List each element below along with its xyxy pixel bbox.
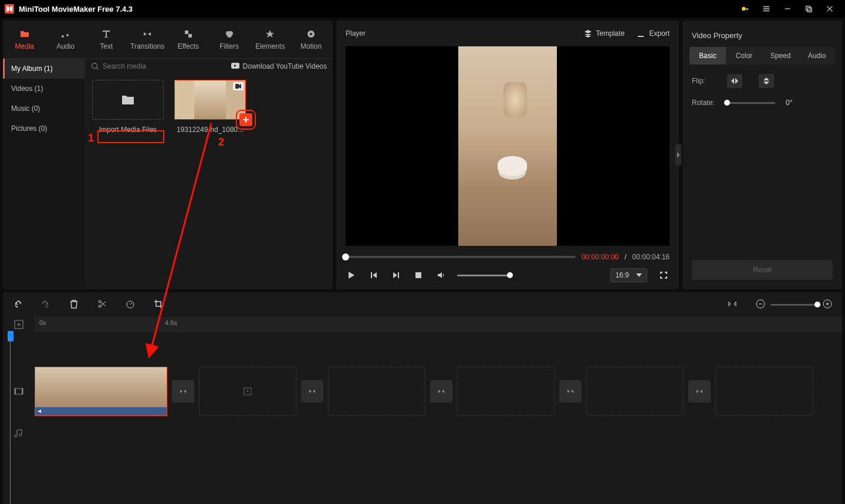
tab-media[interactable]: Media (6, 26, 43, 53)
search-input-wrap[interactable] (91, 62, 191, 70)
aspect-ratio-select[interactable]: 16:9 (610, 268, 647, 282)
filters-icon (224, 28, 235, 40)
preview-viewport[interactable] (346, 46, 670, 246)
svg-marker-20 (393, 272, 397, 278)
prop-tab-color[interactable]: Color (726, 47, 762, 65)
transitions-icon (141, 28, 153, 40)
title-bar: MiniTool MovieMaker Free 7.4.3 (0, 0, 845, 18)
app-logo (5, 4, 14, 13)
motion-icon (305, 28, 317, 40)
fit-button[interactable] (727, 299, 738, 311)
empty-clip-slot[interactable] (715, 367, 813, 416)
player-panel: Player Template Export 00:00:00:00 / 00:… (336, 21, 679, 289)
redo-button[interactable] (40, 299, 51, 311)
svg-point-9 (227, 33, 232, 38)
volume-slider[interactable] (457, 275, 510, 276)
prop-tab-audio[interactable]: Audio (799, 47, 835, 65)
tab-elements[interactable]: Elements (252, 26, 289, 53)
empty-clip-slot[interactable] (586, 367, 684, 416)
playhead[interactable] (10, 332, 11, 504)
zoom-in-button[interactable] (822, 299, 833, 311)
search-input[interactable] (103, 62, 191, 70)
svg-marker-23 (636, 273, 642, 277)
scrub-bar[interactable] (346, 256, 576, 258)
svg-point-12 (92, 63, 97, 69)
unlock-icon[interactable] (735, 0, 756, 18)
transition-slot[interactable] (559, 380, 582, 402)
tab-audio[interactable]: Audio (48, 26, 84, 53)
svg-rect-21 (398, 272, 399, 278)
transition-slot[interactable] (172, 380, 194, 402)
sidebar-item-videos[interactable]: Videos (1) (3, 79, 85, 99)
transition-slot[interactable] (688, 380, 711, 402)
menu-icon[interactable] (756, 0, 777, 18)
tab-motion[interactable]: Motion (293, 26, 329, 53)
empty-clip-slot[interactable] (328, 367, 425, 416)
rotate-value: 0° (786, 99, 792, 107)
split-button[interactable] (97, 299, 107, 311)
empty-clip-slot[interactable] (457, 367, 555, 416)
sidebar-item-pictures[interactable]: Pictures (0) (3, 119, 85, 138)
total-time: 00:00:04:16 (633, 253, 670, 261)
svg-rect-18 (371, 272, 372, 278)
empty-clip-slot[interactable] (199, 367, 296, 416)
export-icon (636, 29, 645, 38)
timeline-clip[interactable] (35, 367, 167, 416)
rotate-slider[interactable] (727, 102, 775, 104)
music-note-icon (60, 28, 72, 40)
minimize-button[interactable] (777, 0, 798, 18)
preview-image (458, 46, 557, 246)
volume-button[interactable] (435, 269, 447, 281)
svg-marker-1 (10, 6, 12, 12)
sidebar-item-music[interactable]: Music (0) (3, 99, 85, 119)
prop-tab-speed[interactable]: Speed (762, 47, 799, 65)
video-track-icon (13, 386, 24, 397)
timeline-ruler[interactable]: 0s 4.6s (35, 317, 842, 332)
folder-plus-icon (121, 94, 135, 106)
next-frame-button[interactable] (390, 269, 402, 281)
undo-button[interactable] (12, 299, 23, 311)
crop-button[interactable] (153, 299, 164, 311)
zoom-slider[interactable] (770, 304, 817, 306)
svg-point-26 (99, 305, 101, 307)
timeline-panel: 0s 4.6s (3, 292, 842, 504)
prop-tab-basic[interactable]: Basic (689, 47, 726, 65)
reset-button[interactable]: Reset (692, 260, 833, 280)
panel-collapse-handle[interactable] (675, 144, 681, 165)
folder-icon (19, 28, 31, 40)
tab-transitions[interactable]: Transitions (129, 26, 165, 53)
svg-marker-24 (677, 152, 680, 158)
clip-name-label: 19312249-hd_1080... (174, 126, 246, 134)
top-tabs: Media Audio Text Transitions Effects Fil… (3, 21, 333, 58)
delete-button[interactable] (69, 299, 79, 311)
rotate-label: Rotate: (692, 99, 727, 107)
tab-filters[interactable]: Filters (211, 26, 248, 53)
prev-frame-button[interactable] (368, 269, 380, 281)
media-clip-card[interactable]: 19312249-hd_1080... (174, 80, 246, 134)
tab-text[interactable]: Text (89, 26, 125, 53)
scrub-handle[interactable] (342, 253, 349, 261)
zoom-out-button[interactable] (755, 299, 766, 311)
template-button[interactable]: Template (583, 29, 625, 38)
add-to-timeline-button[interactable] (239, 113, 252, 126)
export-button[interactable]: Export (636, 29, 670, 38)
svg-rect-5 (185, 31, 188, 34)
sidebar-item-myalbum[interactable]: My Album (1) (3, 59, 85, 79)
speed-button[interactable] (125, 299, 136, 311)
maximize-button[interactable] (798, 0, 819, 18)
video-badge-icon (233, 82, 244, 90)
tab-effects[interactable]: Effects (170, 26, 207, 53)
current-time: 00:00:00:00 (582, 253, 618, 261)
flip-horizontal-button[interactable] (727, 74, 742, 88)
add-track-icon[interactable] (13, 319, 24, 330)
import-media-card[interactable]: Import Media Files (92, 80, 164, 134)
fullscreen-button[interactable] (658, 269, 670, 281)
transition-slot[interactable] (301, 380, 323, 402)
stop-button[interactable] (413, 269, 424, 281)
svg-point-2 (742, 7, 745, 10)
download-youtube-link[interactable]: Download YouTube Videos (231, 62, 327, 70)
flip-vertical-button[interactable] (759, 74, 774, 88)
close-button[interactable] (819, 0, 840, 18)
play-button[interactable] (346, 269, 357, 281)
transition-slot[interactable] (430, 380, 452, 402)
